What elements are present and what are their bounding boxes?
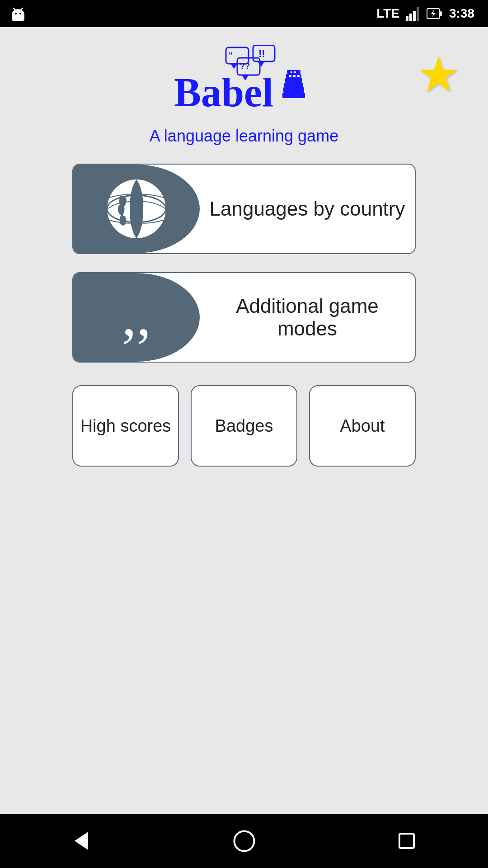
nav-back-button[interactable] — [68, 827, 95, 854]
svg-point-2 — [15, 13, 17, 14]
svg-marker-18 — [258, 61, 264, 67]
svg-marker-12 — [431, 10, 436, 17]
status-icons: LTE 3:38 — [376, 6, 474, 21]
svg-text:!!: !! — [258, 48, 265, 59]
svg-rect-23 — [287, 70, 300, 74]
nav-recents-button[interactable] — [393, 827, 420, 854]
svg-rect-8 — [413, 11, 416, 21]
svg-rect-25 — [285, 78, 302, 83]
svg-rect-6 — [406, 16, 408, 21]
globe-icon — [103, 175, 170, 243]
svg-line-5 — [21, 8, 23, 10]
svg-rect-28 — [282, 93, 305, 98]
status-bar: LTE 3:38 — [0, 0, 488, 27]
globe-icon-container — [73, 165, 200, 253]
bottom-buttons-row: High scores Badges About — [72, 385, 416, 467]
svg-point-3 — [19, 13, 21, 14]
home-icon — [232, 829, 257, 854]
svg-rect-7 — [409, 14, 412, 21]
languages-by-country-label: Languages by country — [200, 165, 415, 253]
additional-game-modes-label: Additional game modes — [200, 273, 415, 362]
quote-icon-container: ,, — [73, 273, 200, 362]
nav-home-button[interactable] — [230, 827, 258, 854]
svg-rect-30 — [294, 71, 296, 73]
additional-game-modes-button[interactable]: ,, Additional game modes — [72, 272, 416, 363]
svg-text:": " — [229, 51, 233, 60]
main-content: " !! ?? Babel — [0, 27, 488, 814]
svg-rect-31 — [289, 75, 291, 77]
high-scores-button[interactable]: High scores — [72, 385, 179, 467]
svg-rect-27 — [283, 87, 304, 93]
favorites-star-icon[interactable]: ★ — [416, 50, 461, 99]
battery-icon — [427, 6, 443, 21]
svg-rect-11 — [440, 11, 442, 16]
signal-icon — [406, 6, 420, 21]
svg-rect-38 — [399, 834, 414, 848]
nav-bar — [0, 814, 488, 868]
svg-rect-29 — [291, 71, 292, 73]
android-icon — [9, 5, 27, 24]
languages-by-country-button[interactable]: Languages by country — [72, 164, 416, 254]
header-area: " !! ?? Babel — [14, 45, 474, 118]
svg-marker-36 — [75, 832, 88, 850]
quote-marks-icon: ,, — [122, 292, 151, 343]
svg-line-4 — [14, 8, 15, 10]
about-button[interactable]: About — [309, 385, 416, 467]
svg-rect-9 — [417, 7, 419, 21]
logo-container: " !! ?? Babel — [172, 45, 316, 118]
clock: 3:38 — [449, 6, 474, 21]
svg-text:??: ?? — [240, 61, 250, 71]
recents-icon — [396, 830, 418, 852]
svg-rect-1 — [12, 14, 24, 21]
svg-text:Babel: Babel — [174, 70, 273, 115]
svg-point-37 — [234, 831, 254, 851]
back-icon — [70, 830, 93, 852]
svg-rect-33 — [297, 75, 300, 77]
svg-marker-15 — [230, 64, 237, 69]
lte-indicator: LTE — [376, 6, 399, 21]
svg-rect-26 — [284, 83, 303, 87]
badges-button[interactable]: Badges — [191, 385, 297, 467]
svg-rect-32 — [293, 75, 296, 77]
app-logo: " !! ?? Babel — [172, 45, 316, 118]
app-subtitle: A language learning game — [150, 127, 338, 146]
